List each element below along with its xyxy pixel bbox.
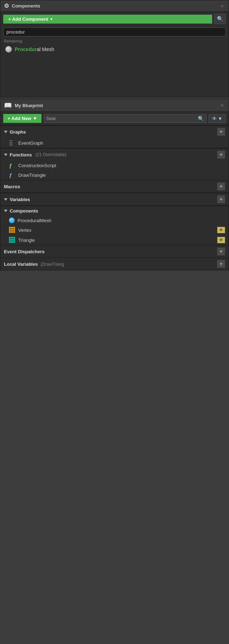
event-dispatchers-title: Event Dispatchers [4,249,44,254]
functions-section-title: Functions [10,152,32,158]
construction-script-icon: ƒ [9,163,15,169]
variables-section-header[interactable]: Variables + [0,193,229,205]
functions-section-header[interactable]: Functions (21 Overridable) + [0,148,229,161]
blueprint-panel-header: 📖 My Blueprint × [0,99,229,112]
triangle-icon [9,237,15,243]
triangle-label: Triangle [18,238,35,243]
components-panel-title: ⚙ Components [4,3,40,9]
vertex-item-left: Vertex [9,227,31,233]
vertex-eye-button[interactable]: 👁 [217,227,225,233]
add-new-button[interactable]: + Add New ▼ [3,114,42,123]
event-graph-label: EventGraph [18,140,43,146]
draw-triangle-icon: ƒ [9,172,15,178]
macros-add-button[interactable]: + [217,183,225,190]
components-title-text: Components [12,3,40,9]
blueprint-toolbar: + Add New ▼ 🔍 👁 ▼ [0,112,229,125]
functions-add-button[interactable]: + [217,151,225,159]
local-variables-title: Local Variables [4,261,38,267]
cog-icon: ⚙ [4,3,9,9]
bp-components-section-left: Components [4,208,38,214]
add-new-label: + Add New [8,116,31,121]
event-dispatchers-add-button[interactable]: + [217,248,225,255]
variables-collapse-icon [4,198,8,201]
procedural-mesh-bp-item[interactable]: ProceduralMesh [0,216,229,225]
components-close-button[interactable]: × [219,3,225,9]
macros-section[interactable]: Macros + [0,180,229,193]
event-graph-icon [9,140,15,146]
variables-add-button[interactable]: + [217,195,225,203]
components-search-button[interactable]: 🔍 [214,14,226,24]
variables-section-left: Variables [4,197,30,202]
graphs-collapse-icon [4,131,8,133]
components-empty-area [0,54,229,97]
graphs-section-header[interactable]: Graphs + [0,125,229,138]
components-category-label: Rendering [0,38,229,44]
local-variables-label-group: Local Variables (DrawTriang [4,261,64,267]
add-component-label: + Add Component [8,16,48,22]
add-component-button[interactable]: + Add Component ▼ [3,15,212,24]
blueprint-search-icon: 🔍 [198,116,204,121]
local-variables-sub: (DrawTriang [41,262,64,267]
components-search-row [0,26,229,38]
local-variables-add-button[interactable]: + [217,260,225,268]
bp-components-section-title: Components [10,208,38,214]
components-panel-header: ⚙ Components × [0,0,229,12]
search-icon: 🔍 [217,16,224,22]
construction-script-item[interactable]: ƒ ConstructionScript [0,161,229,170]
procedural-mesh-bp-icon [9,218,15,223]
construction-script-label: ConstructionScript [18,163,56,168]
functions-collapse-icon [4,154,8,156]
bp-components-section-header[interactable]: Components [0,206,229,216]
book-icon: 📖 [4,101,12,109]
procedural-mesh-label: Procedural Mesh [15,46,54,52]
add-new-chevron: ▼ [33,116,37,121]
vertex-item[interactable]: Vertex 👁 [0,225,229,235]
my-blueprint-panel: 📖 My Blueprint × + Add New ▼ 🔍 👁 ▼ Graph… [0,99,229,270]
graphs-add-button[interactable]: + [217,128,225,136]
bp-components-collapse-icon [4,210,8,212]
eye-icon: 👁 [212,116,217,121]
eye-chevron: ▼ [218,116,223,121]
blueprint-search-box[interactable]: 🔍 [44,114,206,123]
procedural-mesh-icon [5,46,12,53]
graphs-section-title: Graphs [10,129,26,135]
functions-count-label: (21 Overridable) [35,152,67,157]
local-variables-section[interactable]: Local Variables (DrawTriang + [0,258,229,270]
triangle-item[interactable]: Triangle 👁 [0,235,229,245]
blueprint-panel-title: 📖 My Blueprint [4,101,43,109]
draw-triangle-item[interactable]: ƒ DrawTriangle [0,170,229,180]
components-search-input[interactable] [3,28,226,36]
vertex-icon [9,227,15,233]
blueprint-title-text: My Blueprint [15,103,43,108]
components-toolbar: + Add Component ▼ 🔍 [0,12,229,26]
procedural-mesh-item[interactable]: Procedural Mesh [0,44,229,54]
functions-section-left: Functions (21 Overridable) [4,152,67,158]
variables-section-title: Variables [10,197,30,202]
triangle-eye-button[interactable]: 👁 [217,237,225,243]
event-dispatchers-section[interactable]: Event Dispatchers + [0,245,229,258]
vertex-label: Vertex [18,228,31,233]
draw-triangle-label: DrawTriangle [18,173,46,178]
components-panel: ⚙ Components × + Add Component ▼ 🔍 Rende… [0,0,229,98]
procedural-mesh-bp-label: ProceduralMesh [18,218,52,223]
event-graph-item[interactable]: EventGraph [0,138,229,148]
add-component-chevron: ▼ [50,17,53,21]
procedural-mesh-rest: al Mesh [36,46,54,52]
graphs-section-left: Graphs [4,129,26,135]
blueprint-close-button[interactable]: × [219,103,225,108]
procedural-mesh-highlight: Procedur [15,46,36,52]
blueprint-eye-button[interactable]: 👁 ▼ [209,114,226,123]
blueprint-search-input[interactable] [46,116,196,121]
triangle-item-left: Triangle [9,237,35,243]
macros-section-title: Macros [4,184,20,189]
